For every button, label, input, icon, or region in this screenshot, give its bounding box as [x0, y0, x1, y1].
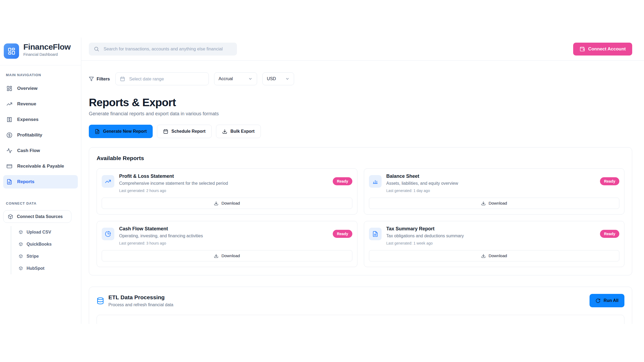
currency-select[interactable]: USD — [262, 72, 294, 85]
currency-value: USD — [267, 76, 276, 81]
source-item-quickbooks[interactable]: QuickBooks — [11, 238, 78, 250]
download-label: Download — [221, 253, 240, 258]
filters-toggle[interactable]: Filters — [89, 76, 110, 82]
sidebar-item-revenue[interactable]: Revenue — [3, 97, 78, 111]
date-range-input[interactable] — [129, 76, 204, 82]
trending-up-icon — [102, 175, 114, 188]
generate-new-report-label: Generate New Report — [103, 129, 147, 134]
calendar-icon — [120, 76, 125, 82]
generate-new-report-button[interactable]: Generate New Report — [89, 125, 153, 138]
connect-account-button[interactable]: Connect Account — [573, 43, 632, 56]
connect-data-sources-button[interactable]: Connect Data Sources — [3, 210, 71, 223]
cube-icon — [19, 242, 23, 246]
download-icon — [481, 201, 486, 206]
cube-icon — [19, 266, 23, 270]
app-window: FinanceFlow Financial Dashboard MAIN NAV… — [0, 38, 644, 324]
accounting-method-value: Accrual — [219, 76, 233, 81]
etl-subtitle: Process and refresh financial data — [108, 302, 173, 307]
page-content: Filters Accrual USD Reports & Export Gen… — [81, 61, 644, 324]
dashboard-grid-icon — [4, 43, 19, 59]
report-title: Balance Sheet — [386, 173, 595, 179]
activity-icon — [6, 148, 12, 154]
sidebar-item-label: Profitability — [17, 132, 42, 138]
sidebar-item-reports[interactable]: Reports — [3, 175, 78, 189]
available-reports-panel: Available Reports Profit & Loss Statemen… — [89, 147, 632, 275]
search-box — [89, 43, 237, 56]
download-label: Download — [221, 201, 240, 206]
app-title: FinanceFlow — [23, 42, 71, 51]
download-button[interactable]: Download — [102, 250, 352, 261]
schedule-report-button[interactable]: Schedule Report — [157, 125, 212, 138]
chevron-down-icon — [285, 77, 290, 81]
report-card-cash-flow: Cash Flow Statement Operating, investing… — [97, 221, 357, 267]
source-item-hubspot[interactable]: HubSpot — [11, 262, 78, 274]
download-icon — [214, 201, 218, 206]
report-description: Tax obligations and deductions summary — [386, 234, 595, 238]
source-item-upload-csv[interactable]: Upload CSV — [11, 226, 78, 238]
report-description: Comprehensive income statement for the s… — [119, 181, 328, 186]
grid-icon — [6, 86, 12, 91]
report-card-profit-loss: Profit & Loss Statement Comprehensive in… — [97, 168, 357, 215]
report-title: Cash Flow Statement — [119, 226, 328, 232]
wallet-icon — [580, 46, 585, 52]
nav-section-label: MAIN NAVIGATION — [3, 73, 78, 77]
file-text-icon — [369, 228, 382, 240]
sidebar-item-label: Overview — [17, 86, 38, 91]
pie-chart-icon — [102, 228, 114, 240]
search-input[interactable] — [103, 46, 232, 52]
brand: FinanceFlow Financial Dashboard — [0, 38, 81, 65]
brand-text: FinanceFlow Financial Dashboard — [23, 42, 71, 57]
report-description: Assets, liabilities, and equity overview — [386, 181, 595, 186]
download-button[interactable]: Download — [369, 250, 620, 261]
sidebar-item-label: Revenue — [17, 101, 36, 107]
sidebar-item-cash-flow[interactable]: Cash Flow — [3, 144, 78, 157]
filters-row: Filters Accrual USD — [89, 72, 632, 85]
report-last-generated: Last generated: 3 hours ago — [119, 241, 328, 245]
source-item-label: Upload CSV — [27, 230, 51, 235]
source-item-label: Stripe — [27, 254, 39, 259]
credit-card-icon — [6, 163, 12, 169]
source-item-stripe[interactable]: Stripe — [11, 250, 78, 262]
sidebar-item-receivable-payable[interactable]: Receivable & Payable — [3, 160, 78, 173]
sidebar-item-profitability[interactable]: Profitability — [3, 128, 78, 142]
download-icon — [214, 254, 218, 258]
bar-chart-icon — [369, 175, 382, 188]
database-icon — [97, 297, 104, 305]
download-label: Download — [489, 201, 507, 206]
top-bar: Connect Account — [81, 38, 644, 61]
status-badge: Ready — [333, 177, 352, 185]
report-title: Profit & Loss Statement — [119, 173, 328, 179]
cube-icon — [19, 230, 23, 234]
report-card-balance-sheet: Balance Sheet Assets, liabilities, and e… — [364, 168, 625, 215]
sidebar-item-label: Receivable & Payable — [17, 164, 64, 169]
report-last-generated: Last generated: 1 week ago — [386, 241, 595, 245]
status-badge: Ready — [600, 230, 619, 238]
connect-account-label: Connect Account — [588, 46, 626, 52]
sidebar: FinanceFlow Financial Dashboard MAIN NAV… — [0, 38, 81, 324]
download-icon — [222, 129, 227, 134]
download-icon — [481, 254, 486, 258]
chevron-down-icon — [248, 77, 253, 81]
connect-data-section: CONNECT DATA Connect Data Sources Upload… — [0, 191, 81, 274]
date-range-field — [115, 72, 209, 85]
file-text-icon — [95, 129, 100, 134]
source-item-label: HubSpot — [27, 266, 45, 271]
refresh-icon — [595, 298, 601, 303]
bulk-export-button[interactable]: Bulk Export — [216, 125, 261, 138]
run-all-button[interactable]: Run All — [590, 294, 624, 307]
search-icon — [94, 46, 99, 52]
sidebar-item-label: Reports — [17, 179, 34, 184]
download-button[interactable]: Download — [102, 198, 352, 209]
etl-title: ETL Data Processing — [108, 294, 173, 301]
schedule-report-label: Schedule Report — [171, 129, 206, 134]
cube-icon — [8, 214, 13, 219]
status-badge: Ready — [333, 230, 352, 238]
accounting-method-select[interactable]: Accrual — [214, 72, 257, 85]
sidebar-item-overview[interactable]: Overview — [3, 82, 78, 95]
sidebar-item-expenses[interactable]: Expenses — [3, 113, 78, 126]
download-button[interactable]: Download — [369, 198, 620, 209]
file-text-icon — [6, 179, 12, 185]
etl-jobs-container — [97, 315, 624, 324]
report-card-tax-summary: Tax Summary Report Tax obligations and d… — [364, 221, 625, 267]
connect-section-label: CONNECT DATA — [3, 201, 78, 205]
